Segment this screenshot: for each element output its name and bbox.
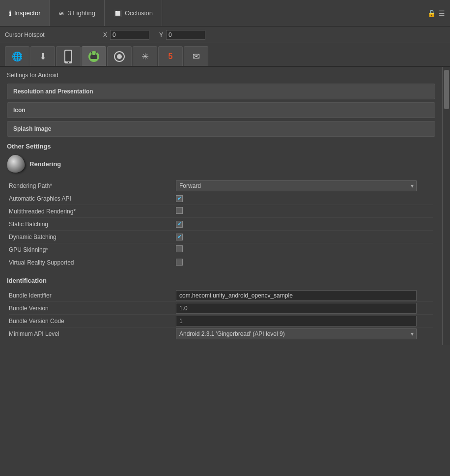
menu-icon[interactable]: ☰ — [439, 9, 445, 17]
svg-rect-1 — [65, 51, 71, 61]
auto-graphics-value: ✔ — [176, 195, 433, 202]
rendering-path-label: Rendering Path* — [9, 182, 176, 189]
x-label: X — [103, 31, 107, 38]
tab-lighting[interactable]: ≋ 3 Lighting — [50, 0, 104, 26]
auto-graphics-row: Automatic Graphics API ✔ — [9, 192, 433, 205]
platform-tab-download[interactable]: ⬇ — [30, 46, 55, 66]
rendering-header: Rendering — [7, 155, 435, 173]
bundle-version-label: Bundle Version — [9, 305, 176, 312]
section-resolution[interactable]: Resolution and Presentation — [7, 84, 435, 99]
svg-rect-4 — [90, 55, 97, 59]
auto-graphics-checkbox[interactable]: ✔ — [176, 195, 183, 202]
platform-tab-mail[interactable]: ✉ — [184, 46, 208, 66]
platform-tabs: 🌐 ⬇ ✳ 5 ✉ — [0, 43, 450, 67]
y-coord-field: Y — [159, 30, 205, 40]
cursor-hotspot-fields: X Y — [103, 30, 205, 40]
rendering-path-value: Forward Deferred Legacy Deferred — [176, 180, 433, 191]
bundle-version-input[interactable] — [176, 303, 417, 314]
svg-point-10 — [117, 54, 122, 59]
cursor-hotspot-label: Cursor Hotspot — [5, 31, 103, 38]
main-area: Settings for Android Resolution and Pres… — [0, 67, 450, 345]
static-batching-label: Static Batching — [9, 221, 176, 228]
static-batching-row: Static Batching ✔ — [9, 218, 433, 231]
auto-graphics-label: Automatic Graphics API — [9, 195, 176, 202]
x-coord-field: X — [103, 30, 149, 40]
identification-fields: Bundle Identifier Bundle Version Bundle … — [7, 289, 435, 340]
multithreaded-label: Multithreaded Rendering* — [9, 208, 176, 215]
other-settings-header: Other Settings — [7, 143, 435, 150]
rendering-label: Rendering — [29, 160, 61, 168]
settings-content: Settings for Android Resolution and Pres… — [0, 67, 442, 345]
inspector-icon: ℹ — [9, 9, 11, 17]
static-batching-value: ✔ — [176, 220, 433, 228]
section-icon[interactable]: Icon — [7, 102, 435, 118]
svg-point-6 — [95, 53, 97, 55]
section-splash[interactable]: Splash Image — [7, 121, 435, 137]
tab-actions: 🔒 ☰ — [427, 9, 450, 17]
vr-supported-row: Virtual Reality Supported — [9, 256, 433, 269]
identification-header: Identification — [7, 277, 435, 284]
dynamic-batching-checkbox[interactable]: ✔ — [176, 234, 183, 240]
rendering-oval-icon — [5, 153, 26, 174]
x-input[interactable] — [110, 30, 149, 40]
platform-tab-web[interactable]: 🌐 — [5, 46, 29, 66]
lighting-icon: ≋ — [58, 9, 64, 17]
bundle-version-code-label: Bundle Version Code — [9, 318, 176, 325]
gpu-skinning-checkbox[interactable] — [176, 245, 183, 252]
tab-inspector-label: Inspector — [14, 9, 40, 17]
bundle-version-row: Bundle Version — [9, 302, 433, 315]
bundle-version-code-input[interactable] — [176, 316, 417, 327]
multithreaded-row: Multithreaded Rendering* — [9, 205, 433, 218]
platform-tab-android[interactable] — [82, 46, 106, 66]
bundle-identifier-row: Bundle Identifier — [9, 289, 433, 302]
cursor-hotspot-row: Cursor Hotspot X Y — [0, 27, 450, 43]
rendering-path-row: Rendering Path* Forward Deferred Legacy … — [9, 179, 433, 192]
svg-point-2 — [68, 61, 69, 62]
tab-occlusion[interactable]: 🔲 Occlusion — [105, 0, 162, 26]
content-area: Settings for Android Resolution and Pres… — [0, 67, 442, 345]
minimum-api-level-value: Android 2.3.1 'Gingerbread' (API level 9… — [176, 328, 433, 339]
rendering-fields: Rendering Path* Forward Deferred Legacy … — [7, 179, 435, 269]
bundle-version-value — [176, 303, 433, 314]
rendering-path-dropdown[interactable]: Forward Deferred Legacy Deferred — [176, 180, 417, 191]
y-label: Y — [159, 31, 163, 38]
scrollbar[interactable] — [442, 67, 450, 345]
platform-tab-html5[interactable]: 5 — [158, 46, 183, 66]
multithreaded-checkbox[interactable] — [176, 207, 183, 214]
svg-point-5 — [91, 53, 93, 55]
bundle-identifier-label: Bundle Identifier — [9, 292, 176, 299]
platform-tab-bb[interactable] — [107, 46, 132, 66]
scrollbar-thumb[interactable] — [444, 70, 449, 109]
vr-supported-label: Virtual Reality Supported — [9, 259, 176, 266]
gpu-skinning-row: GPU Skinning* — [9, 243, 433, 256]
vr-supported-checkbox[interactable] — [176, 259, 183, 266]
y-input[interactable] — [166, 30, 205, 40]
rendering-path-dropdown-wrapper: Forward Deferred Legacy Deferred — [176, 180, 417, 191]
minimum-api-level-row: Minimum API Level Android 2.3.1 'Gingerb… — [9, 327, 433, 340]
bundle-version-code-value — [176, 316, 433, 327]
platform-tab-mobile[interactable] — [56, 46, 81, 66]
dynamic-batching-value: ✔ — [176, 233, 433, 240]
platform-tab-particle[interactable]: ✳ — [133, 46, 157, 66]
minimum-api-level-label: Minimum API Level — [9, 330, 176, 337]
occlusion-icon: 🔲 — [113, 9, 122, 17]
bundle-identifier-input[interactable] — [176, 290, 417, 301]
settings-for-label: Settings for Android — [7, 72, 435, 79]
minimum-api-level-dropdown-wrapper: Android 2.3.1 'Gingerbread' (API level 9… — [176, 328, 417, 339]
minimum-api-level-dropdown[interactable]: Android 2.3.1 'Gingerbread' (API level 9… — [176, 328, 417, 339]
tab-inspector[interactable]: ℹ Inspector — [0, 0, 50, 26]
gpu-skinning-value — [176, 245, 433, 254]
top-tab-bar: ℹ Inspector ≋ 3 Lighting 🔲 Occlusion 🔒 ☰ — [0, 0, 450, 27]
dynamic-batching-row: Dynamic Batching ✔ — [9, 231, 433, 243]
lock-icon[interactable]: 🔒 — [427, 9, 436, 17]
vr-supported-value — [176, 259, 433, 267]
multithreaded-value — [176, 207, 433, 215]
tab-occlusion-label: Occlusion — [125, 9, 153, 17]
tab-lighting-label: 3 Lighting — [67, 9, 95, 17]
dynamic-batching-label: Dynamic Batching — [9, 234, 176, 240]
bundle-identifier-value — [176, 290, 433, 301]
gpu-skinning-label: GPU Skinning* — [9, 246, 176, 253]
static-batching-checkbox[interactable]: ✔ — [176, 221, 183, 228]
bundle-version-code-row: Bundle Version Code — [9, 315, 433, 327]
